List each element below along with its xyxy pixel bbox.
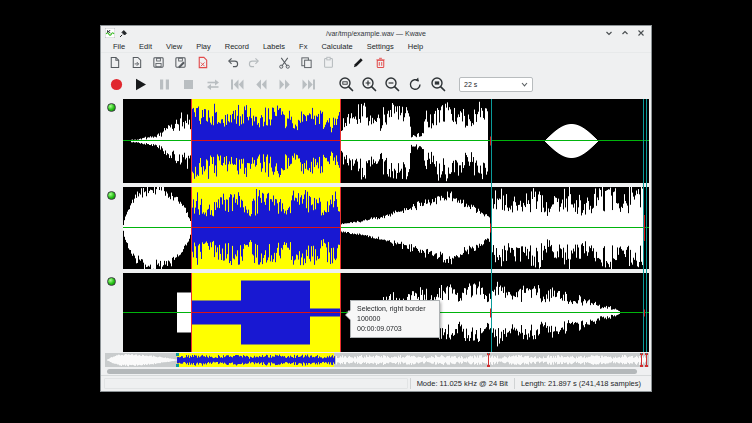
signal-view: Selection, right border 100000 00:00:09.…: [101, 97, 651, 353]
paste-icon[interactable]: [321, 55, 336, 70]
window-title: /var/tmp/example.wav — Kwave: [101, 30, 651, 37]
redo-icon[interactable]: [247, 55, 262, 70]
status-mode: Mode: 11.025 kHz @ 24 Bit: [410, 378, 514, 389]
menu-help[interactable]: Help: [401, 42, 430, 51]
track-row-2: [101, 187, 651, 269]
menu-record[interactable]: Record: [218, 42, 256, 51]
copy-icon[interactable]: [299, 55, 314, 70]
zoom-level-select[interactable]: 22 s: [459, 77, 533, 92]
rewind-icon[interactable]: [251, 75, 270, 94]
file-close-icon[interactable]: [195, 55, 210, 70]
forward-icon[interactable]: [275, 75, 294, 94]
kwave-window: /var/tmp/example.wav — Kwave File Edit V…: [100, 25, 652, 392]
close-icon[interactable]: [636, 28, 646, 38]
scrollbar-thumb[interactable]: [107, 369, 637, 374]
delete-icon[interactable]: [373, 55, 388, 70]
tooltip-line-1: Selection, right border: [357, 304, 433, 314]
statusbar-spacer: [104, 378, 408, 389]
track-3-gutter: [101, 273, 123, 352]
play-icon[interactable]: [131, 75, 150, 94]
overview-bar[interactable]: [105, 353, 649, 367]
end-marker-line[interactable]: [646, 99, 647, 352]
track-2-waveform[interactable]: [123, 187, 649, 269]
titlebar[interactable]: /var/tmp/example.wav — Kwave: [101, 26, 651, 40]
zoom-in-icon[interactable]: [360, 75, 379, 94]
menu-fx[interactable]: Fx: [292, 42, 314, 51]
statusbar: Mode: 11.025 kHz @ 24 Bit Length: 21.897…: [101, 375, 651, 391]
file-save-as-icon[interactable]: [173, 55, 188, 70]
record-icon[interactable]: [107, 75, 126, 94]
menu-labels[interactable]: Labels: [256, 42, 292, 51]
track-1-gutter: [101, 99, 123, 183]
playback-toolbar: 22 s: [101, 72, 651, 97]
minimize-icon[interactable]: [604, 28, 614, 38]
maximize-icon[interactable]: [620, 28, 630, 38]
file-open-icon[interactable]: [129, 55, 144, 70]
skip-end-icon[interactable]: [299, 75, 318, 94]
track-row-1: [101, 99, 651, 183]
zoom-selection-icon[interactable]: [337, 75, 356, 94]
main-toolbar: [101, 53, 651, 72]
skip-start-icon[interactable]: [227, 75, 246, 94]
menu-settings[interactable]: Settings: [360, 42, 401, 51]
end-marker-line[interactable]: [643, 99, 644, 352]
label-marker-line[interactable]: [491, 99, 492, 352]
menu-view[interactable]: View: [159, 42, 189, 51]
scrollbar-track[interactable]: [101, 367, 651, 375]
overview-wrap: [101, 353, 651, 367]
track-1-led-icon[interactable]: [107, 103, 116, 112]
status-length: Length: 21.897 s (241,418 samples): [514, 378, 647, 389]
track-2-gutter: [101, 187, 123, 269]
menubar: File Edit View Play Record Labels Fx Cal…: [101, 40, 651, 53]
menu-file[interactable]: File: [106, 42, 132, 51]
menu-calculate[interactable]: Calculate: [314, 42, 359, 51]
file-save-icon[interactable]: [151, 55, 166, 70]
undo-icon[interactable]: [225, 55, 240, 70]
chevron-down-icon: [521, 82, 528, 87]
zoom-level-value: 22 s: [464, 81, 521, 88]
zoom-out-icon[interactable]: [383, 75, 402, 94]
selection-tooltip: Selection, right border 100000 00:00:09.…: [350, 300, 440, 338]
tooltip-line-2: 100000: [357, 314, 433, 324]
file-new-icon[interactable]: [107, 55, 122, 70]
stop-icon[interactable]: [179, 75, 198, 94]
track-2-led-icon[interactable]: [107, 191, 116, 200]
track-3-led-icon[interactable]: [107, 277, 116, 286]
pause-icon[interactable]: [155, 75, 174, 94]
tooltip-line-3: 00:00:09.0703: [357, 324, 433, 334]
edit-pencil-icon[interactable]: [351, 55, 366, 70]
cut-icon[interactable]: [277, 55, 292, 70]
menu-edit[interactable]: Edit: [132, 42, 159, 51]
zoom-revert-icon[interactable]: [406, 75, 425, 94]
zoom-all-icon[interactable]: [429, 75, 448, 94]
loop-icon[interactable]: [203, 75, 222, 94]
menu-play[interactable]: Play: [189, 42, 218, 51]
track-1-waveform[interactable]: [123, 99, 649, 183]
